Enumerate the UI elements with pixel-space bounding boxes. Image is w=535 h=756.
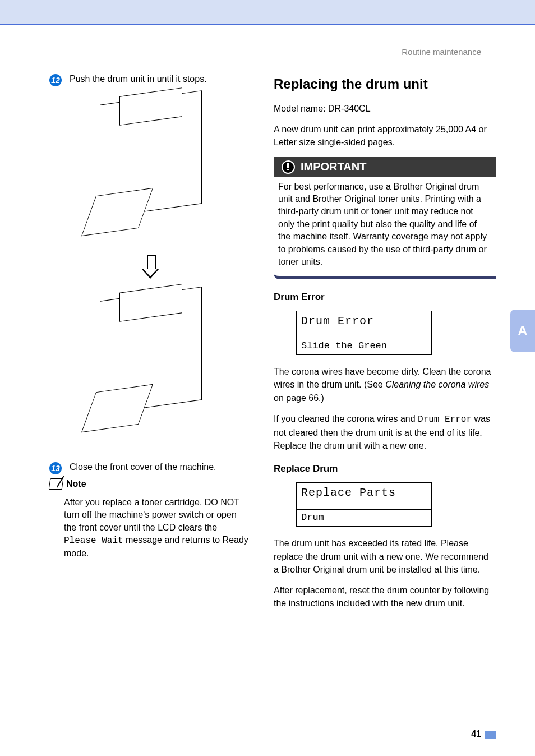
top-band bbox=[0, 0, 535, 25]
step-number-badge: 12 bbox=[49, 74, 62, 86]
step-number-badge: 13 bbox=[49, 462, 62, 474]
step-13: 13 Close the front cover of the machine. bbox=[49, 461, 251, 474]
replace-drum-p2: After replacement, reset the drum counte… bbox=[274, 584, 496, 610]
link-reference: Cleaning the corona wires bbox=[385, 380, 489, 389]
replace-drum-p1: The drum unit has exceeded its rated lif… bbox=[274, 537, 496, 576]
page-number: 41 bbox=[471, 729, 481, 739]
mono-text: Drum Error bbox=[418, 414, 472, 425]
drum-error-p1: The corona wires have become dirty. Clea… bbox=[274, 365, 496, 404]
model-name: Model name: DR-340CL bbox=[274, 102, 496, 115]
printer-illustration-top bbox=[86, 92, 215, 255]
content-columns: 12 Push the drum unit in until it stops.… bbox=[49, 73, 496, 734]
lcd-line-1: Replace Parts bbox=[297, 483, 431, 510]
section-tab: A bbox=[510, 310, 535, 352]
drum-error-p2: If you cleaned the corona wires and Drum… bbox=[274, 412, 496, 453]
document-page: Routine maintenance A 12 Push the drum u… bbox=[0, 0, 535, 756]
lcd-line-1: Drum Error bbox=[297, 311, 431, 338]
note-mono-text: Please Wait bbox=[64, 536, 123, 546]
exclamation-icon bbox=[282, 160, 295, 174]
important-box: IMPORTANT For best performance, use a Br… bbox=[274, 157, 496, 280]
header-breadcrumb: Routine maintenance bbox=[402, 47, 481, 57]
step-12: 12 Push the drum unit in until it stops. bbox=[49, 73, 251, 86]
text-pre: If you cleaned the corona wires and bbox=[274, 414, 418, 423]
note-text-pre: After you replace a toner cartridge, DO … bbox=[64, 497, 239, 532]
right-column: Replacing the drum unit Model name: DR-3… bbox=[274, 73, 496, 734]
note-header: Note bbox=[49, 478, 93, 490]
lcd-line-2: Drum bbox=[297, 510, 431, 526]
drum-error-title: Drum Error bbox=[274, 292, 496, 303]
step-text: Push the drum unit in until it stops. bbox=[70, 73, 207, 85]
intro-text: A new drum unit can print approximately … bbox=[274, 123, 496, 149]
step-text: Close the front cover of the machine. bbox=[70, 461, 216, 473]
note-label: Note bbox=[66, 479, 86, 489]
text-post: on page 66.) bbox=[274, 393, 324, 403]
arrow-down-icon bbox=[139, 255, 162, 283]
replace-drum-title: Replace Drum bbox=[274, 463, 496, 474]
note-body: After you replace a toner cartridge, DO … bbox=[49, 496, 251, 560]
page-accent-bar bbox=[485, 731, 496, 739]
important-body: For best performance, use a Brother Orig… bbox=[274, 177, 496, 276]
left-column: 12 Push the drum unit in until it stops.… bbox=[49, 73, 251, 734]
important-header: IMPORTANT bbox=[274, 157, 496, 177]
note-icon bbox=[49, 478, 64, 490]
lcd-replace-drum: Replace Parts Drum bbox=[296, 482, 432, 527]
lcd-drum-error: Drum Error Slide the Green bbox=[296, 311, 432, 355]
section-title: Replacing the drum unit bbox=[274, 76, 496, 92]
note-box: Note After you replace a toner cartridge… bbox=[49, 485, 251, 568]
lcd-line-2: Slide the Green bbox=[297, 338, 431, 354]
important-label: IMPORTANT bbox=[301, 160, 366, 173]
printer-illustration-bottom bbox=[86, 288, 215, 451]
